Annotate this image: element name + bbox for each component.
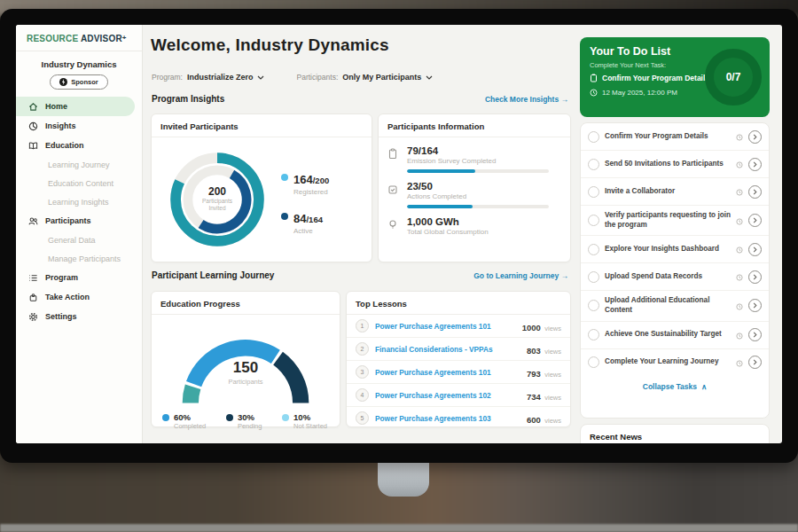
participants-filter[interactable]: Participants:Only My Participants [296,67,433,83]
logo-plus: + [122,34,127,42]
lesson-rank: 4 [356,388,369,402]
clock-icon [736,129,743,145]
task-checkbox[interactable] [588,271,599,283]
sidebar-item-settings[interactable]: Settings [16,307,142,326]
lesson-rank: 1 [356,319,369,332]
invited-legend: 164/200 Registered 84/164 Active [281,150,329,256]
task-open-button[interactable] [748,185,762,199]
task-label: Verify participants requesting to join t… [605,211,731,230]
people-icon [28,216,38,226]
task-open-button[interactable] [748,270,762,284]
task-open-button[interactable] [748,299,762,312]
legend-dot-completed [162,414,169,421]
task-checkbox[interactable] [588,215,599,226]
todo-next-task: Confirm Your Program Details [590,74,709,82]
legend-dot-pending [226,414,233,421]
stat-value: 23/50 [407,181,549,192]
arrow-right-icon: → [561,95,569,104]
donut-center-value: 200 [160,185,274,198]
task-label: Send 50 Invitations to Participants [605,160,731,169]
go-to-learning-journey-link[interactable]: Go to Learning Journey → [473,271,568,280]
program-filter[interactable]: Program:Industrialize Zero [152,67,264,83]
task-checkbox[interactable] [588,131,599,143]
task-open-button[interactable] [748,243,762,256]
task-open-button[interactable] [748,356,762,369]
sidebar-item-program[interactable]: Program [16,268,142,287]
chevron-down-icon [257,75,264,80]
task-checkbox[interactable] [588,244,599,255]
collapse-tasks-link[interactable]: Collapse Tasks ∧ [581,376,769,396]
lesson-link[interactable]: Power Purchase Agreements 102 [375,391,520,400]
chevron-right-icon [753,134,757,140]
sidebar-item-label: Program [45,273,78,282]
legend-value: 84 [293,212,306,225]
task-label: Upload Additional Educational Content [605,296,731,315]
arrow-right-icon: → [561,271,569,280]
todo-title: Your To Do List [590,45,670,58]
todo-task-list: Confirm Your Program Details Send 50 Inv… [580,122,770,419]
list-icon [28,273,38,283]
clipboard-icon [590,74,598,82]
sidebar-item-education[interactable]: Education [16,136,142,155]
legend-pct: 60% [174,412,206,422]
sidebar-nav: Home Insights Education Learning Journey… [16,97,142,326]
sidebar-item-learning-journey[interactable]: Learning Journey [16,155,142,174]
lesson-link[interactable]: Power Purchase Agreements 101 [375,368,520,377]
logo-resource: RESOURCE [27,34,78,43]
sidebar-item-learning-insights[interactable]: Learning Insights [16,192,142,211]
sidebar-item-take-action[interactable]: Take Action [16,287,142,307]
task-row-achieve-target: Achieve One Sustainability Target [581,322,769,349]
clock-icon [736,241,743,257]
chevron-right-icon [753,246,757,253]
lesson-link[interactable]: Power Purchase Agreements 103 [375,414,520,423]
sidebar-item-label: General Data [48,236,96,245]
task-checkbox[interactable] [588,186,599,198]
education-legend: 60%Completed 30%Pending 10%Not Started [152,407,340,430]
task-label: Complete Your Learning Journey [605,357,731,367]
clock-icon [590,89,598,97]
donut-center: 200 ParticipantsInvited [160,185,274,213]
task-open-button[interactable] [748,328,762,341]
sidebar-item-label: Education Content [48,179,113,188]
task-open-button[interactable] [748,214,762,227]
todo-subtitle: Complete Your Next Task: [590,61,666,69]
photo-stage: RESOURCE ADVISOR+ Industry Dynamics Spon… [0,0,798,532]
sidebar-item-education-content[interactable]: Education Content [16,174,142,192]
filter-bar: Program:Industrialize Zero Participants:… [152,67,433,83]
collapse-label: Collapse Tasks [643,382,697,391]
clock-icon [736,213,743,229]
task-checkbox[interactable] [588,159,599,170]
lesson-link[interactable]: Power Purchase Agreements 101 [375,322,516,331]
lesson-views: 600 views [527,411,561,426]
clock-icon [736,298,743,314]
sidebar-item-insights[interactable]: Insights [16,116,142,136]
program-filter-label: Program: [152,73,183,82]
stat-label: Total Global Consumption [407,228,489,236]
lightbulb-icon [387,216,400,236]
puzzle-icon [28,293,38,302]
legend-completed: 60%Completed [162,412,206,430]
sidebar-item-general-data[interactable]: General Data [16,231,142,249]
task-checkbox[interactable] [588,329,599,340]
sponsor-badge[interactable]: Sponsor [50,74,108,90]
check-square-icon [387,181,400,208]
lesson-link[interactable]: Financial Considerations - VPPAs [375,345,520,354]
book-icon [28,141,38,151]
todo-summary-card: Your To Do List Complete Your Next Task:… [580,37,770,117]
chevron-right-icon [753,302,757,309]
task-open-button[interactable] [748,158,762,171]
task-checkbox[interactable] [588,300,599,311]
link-label: Go to Learning Journey [473,271,559,280]
sidebar-item-manage-participants[interactable]: Manage Participants [16,249,142,268]
legend-value-sub: /164 [306,215,323,224]
participants-information-card: Participants Information 79/164 Emission… [378,113,571,262]
stat-label: Emission Survey Completed [407,157,549,165]
sidebar-item-participants[interactable]: Participants [16,211,142,231]
chevron-right-icon [753,189,757,195]
card-title: Participants Information [379,114,570,137]
check-more-insights-link[interactable]: Check More Insights → [485,95,568,104]
home-icon [28,102,38,112]
task-checkbox[interactable] [588,356,599,368]
sidebar-item-home[interactable]: Home [16,97,135,116]
task-open-button[interactable] [748,130,762,144]
